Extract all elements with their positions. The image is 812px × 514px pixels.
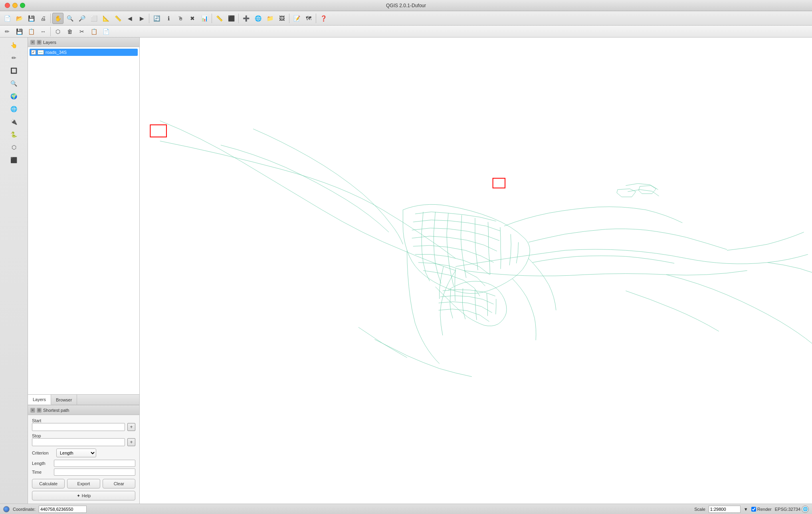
separator-5: [289, 14, 289, 23]
start-input[interactable]: [32, 423, 125, 431]
save-edits-icon[interactable]: 💾: [14, 26, 25, 37]
criterion-label: Criterion: [32, 451, 54, 455]
add-vector-icon[interactable]: 📁: [264, 13, 275, 24]
zoom-next-icon[interactable]: ▶: [136, 13, 147, 24]
paste-features-icon[interactable]: 📄: [100, 26, 111, 37]
copy-features-icon[interactable]: 📋: [88, 26, 99, 37]
print-icon[interactable]: 🖨: [38, 13, 49, 24]
pan-icon[interactable]: ✋: [52, 13, 63, 24]
layer-item[interactable]: ✓ roads_34S: [30, 49, 138, 56]
identify-icon[interactable]: ℹ: [163, 13, 174, 24]
coordinate-label: Coordinate:: [13, 507, 36, 512]
separator-2: [149, 14, 149, 23]
sidebar-touch-icon[interactable]: 👆: [7, 39, 21, 51]
sidebar-node2-icon[interactable]: ⬡: [7, 141, 21, 153]
separator-1: [50, 14, 51, 23]
help-icon[interactable]: ❓: [318, 13, 329, 24]
scale-label: Scale: [694, 507, 705, 512]
layers-settings-button[interactable]: ⚙: [37, 40, 42, 45]
scale-input[interactable]: [709, 506, 741, 513]
delete-selected-icon[interactable]: 🗑: [64, 26, 75, 37]
sidebar-select-icon[interactable]: 🔲: [7, 65, 21, 77]
start-add-button[interactable]: +: [127, 423, 135, 431]
render-label: Render: [757, 507, 772, 512]
scale-arrow-icon[interactable]: ▼: [744, 507, 748, 512]
map-canvas[interactable]: [140, 38, 812, 504]
globe-status-icon: [3, 506, 10, 512]
coordinate-input[interactable]: [39, 506, 87, 513]
cut-features-icon[interactable]: ✂: [76, 26, 87, 37]
criterion-select[interactable]: Length Time: [56, 449, 96, 457]
sidebar-plugin-icon[interactable]: 🔌: [7, 116, 21, 128]
length-label: Length: [32, 461, 54, 466]
tab-layers[interactable]: Layers: [28, 395, 51, 405]
zoom-last-icon[interactable]: ◀: [124, 13, 135, 24]
zoom-full-icon[interactable]: ⬜: [88, 13, 99, 24]
epsg-container: EPSG:32734 🌐: [775, 506, 809, 513]
map-svg: [140, 38, 812, 504]
sp-settings-button[interactable]: ⚙: [37, 408, 42, 413]
open-project-icon[interactable]: 📂: [14, 13, 25, 24]
move-feature-icon[interactable]: ↔: [38, 26, 49, 37]
separator-7: [50, 27, 51, 36]
label-icon[interactable]: 📝: [291, 13, 302, 24]
panels-container: ✕ ⚙ Layers ✓ roads_34S Layers Browser: [28, 38, 140, 504]
render-checkbox[interactable]: [751, 507, 756, 512]
time-row: Time: [32, 469, 135, 476]
print-composer-icon[interactable]: 🗺: [303, 13, 314, 24]
save-project-icon[interactable]: 💾: [26, 13, 37, 24]
deselect-icon[interactable]: ✖: [187, 13, 198, 24]
layers-panel-title: Layers: [43, 40, 56, 45]
tab-browser[interactable]: Browser: [51, 395, 77, 405]
add-raster-icon[interactable]: 🖼: [276, 13, 287, 24]
add-layer-icon[interactable]: ➕: [240, 13, 252, 24]
layers-close-button[interactable]: ✕: [30, 40, 35, 45]
new-project-icon[interactable]: 📄: [2, 13, 13, 24]
sp-panel-title: Shortest path: [43, 408, 69, 413]
length-input[interactable]: [54, 460, 135, 467]
clear-button[interactable]: Clear: [103, 479, 135, 488]
node-tool-icon[interactable]: ⬡: [52, 26, 63, 37]
separator-3: [212, 14, 212, 23]
minimize-button[interactable]: [12, 3, 18, 8]
sidebar-python-icon[interactable]: 🐍: [7, 128, 21, 140]
sidebar-query-icon[interactable]: 🔍: [7, 77, 21, 89]
time-input[interactable]: [54, 469, 135, 476]
sp-close-button[interactable]: ✕: [30, 408, 35, 413]
help-button[interactable]: ✦ Help: [32, 491, 135, 500]
titlebar: QGIS 2.0.1-Dufour: [0, 0, 812, 11]
sidebar-red-icon[interactable]: ⬛: [7, 154, 21, 166]
refresh-icon[interactable]: 🔄: [151, 13, 162, 24]
layer-visibility-checkbox[interactable]: ✓: [31, 50, 36, 55]
maximize-button[interactable]: [20, 3, 25, 8]
calculate-button[interactable]: Calculate: [32, 479, 65, 488]
separator-4: [238, 14, 239, 23]
sidebar-draw-icon[interactable]: ✏: [7, 52, 21, 64]
toggle-edit-icon[interactable]: ✏: [2, 26, 13, 37]
zoom-out-icon[interactable]: 🔎: [76, 13, 87, 24]
stop-input[interactable]: [32, 438, 125, 446]
measure-area-icon[interactable]: ⬛: [226, 13, 237, 24]
app-title: QGIS 2.0.1-Dufour: [386, 3, 426, 8]
measure-icon[interactable]: 📏: [214, 13, 225, 24]
zoom-in-icon[interactable]: 🔍: [64, 13, 75, 24]
render-container: Render: [751, 507, 772, 512]
panel-tabs: Layers Browser: [28, 395, 139, 405]
open-table-icon[interactable]: 📊: [199, 13, 210, 24]
zoom-layer-icon[interactable]: 📏: [112, 13, 123, 24]
sidebar-globe-icon[interactable]: 🌐: [7, 103, 21, 115]
layers-list: ✓ roads_34S: [28, 47, 139, 394]
export-button[interactable]: Export: [67, 479, 100, 488]
sidebar-label2-icon[interactable]: 🌍: [7, 90, 21, 102]
epsg-button[interactable]: 🌐: [802, 506, 809, 513]
start-label: Start: [32, 418, 54, 423]
close-button[interactable]: [5, 3, 10, 8]
zoom-selection-icon[interactable]: 📐: [100, 13, 111, 24]
stop-add-button[interactable]: +: [127, 438, 135, 446]
select-icon[interactable]: 🖱: [175, 13, 186, 24]
stop-label: Stop: [32, 433, 54, 438]
layer-symbol-icon: [38, 50, 44, 55]
add-feature-icon[interactable]: 📋: [26, 26, 37, 37]
svg-rect-0: [150, 125, 166, 137]
add-wms-icon[interactable]: 🌐: [252, 13, 263, 24]
